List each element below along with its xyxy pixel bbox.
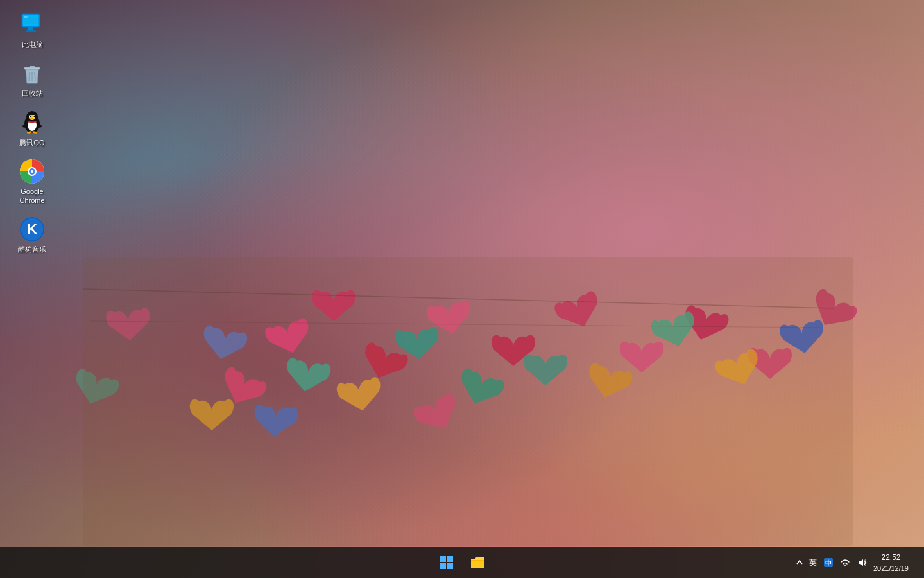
svg-rect-10 (30, 66, 35, 67)
show-hidden-icons-button[interactable] (795, 557, 804, 568)
clock-date: 2021/12/19 (873, 563, 909, 574)
speaker-icon (857, 557, 867, 568)
windows-logo-icon (440, 556, 454, 570)
desktop-icon-google-chrome-label: Google Chrome (10, 187, 54, 206)
volume-button[interactable] (855, 556, 868, 569)
start-button[interactable] (432, 548, 461, 577)
system-tray: 英 中 (795, 556, 868, 570)
svg-text:中: 中 (825, 559, 832, 566)
desktop-icon-tencent-qq-label: 腾讯QQ (19, 138, 44, 147)
show-desktop-button[interactable] (914, 550, 916, 575)
desktop-icon-kuwo-music[interactable]: K 酷狗音乐 (6, 211, 58, 259)
chrome-icon (19, 159, 45, 184)
chevron-up-icon (796, 559, 803, 566)
network-icon (840, 557, 850, 568)
svg-rect-39 (440, 563, 446, 569)
ime-button[interactable]: 中 (822, 556, 835, 569)
svg-point-23 (34, 116, 35, 116)
hearts-overlay (0, 0, 924, 578)
desktop-icon-kuwo-music-label: 酷狗音乐 (18, 245, 46, 254)
svg-rect-37 (440, 556, 446, 562)
desktop-icon-google-chrome[interactable]: Google Chrome (6, 153, 58, 211)
clock-time: 22:52 (873, 552, 909, 563)
file-explorer-button[interactable] (463, 548, 492, 577)
svg-rect-9 (24, 67, 40, 69)
svg-point-22 (30, 116, 31, 116)
ime-icon: 中 (823, 557, 834, 568)
taskbar-right: 英 中 (795, 550, 916, 575)
language-indicator[interactable]: 英 (808, 556, 818, 570)
desktop-icon-tencent-qq[interactable]: 腾讯QQ (6, 105, 58, 152)
qq-icon (19, 110, 45, 136)
taskbar-center (432, 548, 492, 577)
svg-point-33 (31, 170, 33, 173)
kuwo-icon: K (19, 216, 45, 242)
svg-line-2 (90, 321, 821, 328)
svg-rect-8 (24, 16, 28, 18)
network-button[interactable] (839, 556, 851, 569)
desktop-icon-recycle-bin[interactable]: 回收站 (6, 55, 58, 103)
taskbar: 英 中 (0, 547, 924, 578)
desktop-icon-my-computer-label: 此电脑 (22, 40, 43, 49)
clock[interactable]: 22:52 2021/12/19 (873, 552, 909, 574)
wallpaper (0, 0, 924, 578)
svg-rect-6 (26, 30, 36, 32)
svg-rect-38 (447, 556, 453, 562)
desktop-icons: 此电脑 回收站 (0, 0, 64, 527)
desktop-icon-my-computer[interactable]: 此电脑 (6, 6, 58, 54)
svg-point-24 (31, 118, 34, 119)
pc-icon (19, 12, 45, 37)
svg-rect-40 (447, 563, 453, 569)
svg-rect-29 (28, 121, 37, 123)
svg-line-1 (83, 289, 834, 308)
desktop-icon-recycle-bin-label: 回收站 (22, 89, 43, 98)
svg-text:K: K (27, 221, 37, 237)
svg-rect-0 (83, 257, 853, 546)
svg-rect-5 (28, 27, 33, 30)
file-explorer-icon (470, 556, 485, 569)
recycle-bin-icon (19, 60, 45, 86)
